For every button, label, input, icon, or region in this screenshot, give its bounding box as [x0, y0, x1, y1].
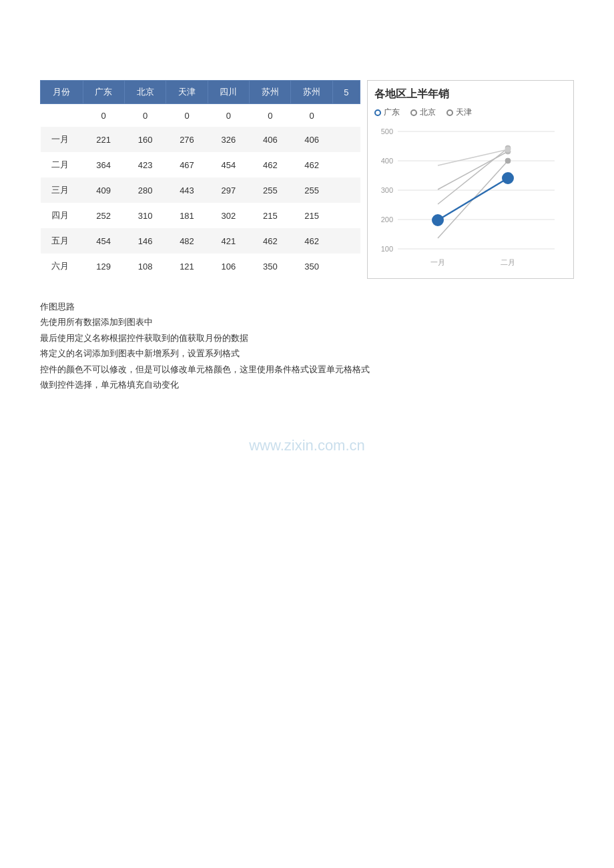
- table-row: 三月 409 280 443 297 255 255: [41, 177, 360, 203]
- data-cell: 0: [124, 104, 166, 127]
- col-header-month: 月份: [41, 81, 83, 104]
- svg-point-18: [503, 173, 513, 183]
- legend-item-tianjin: 天津: [446, 107, 472, 118]
- data-cell: 454: [83, 228, 124, 254]
- data-cell: 129: [83, 254, 124, 279]
- svg-point-19: [505, 158, 511, 163]
- data-cell: 409: [83, 177, 124, 203]
- legend-label-guangdong: 广东: [384, 107, 400, 118]
- data-cell: 421: [208, 228, 249, 254]
- data-cell: 106: [208, 254, 249, 279]
- month-cell: 一月: [41, 127, 83, 152]
- svg-text:100: 100: [381, 245, 393, 253]
- data-cell: 0: [250, 104, 291, 127]
- legend-dot-beijing: [410, 109, 417, 116]
- svg-text:二月: 二月: [501, 258, 515, 266]
- data-cell: 160: [124, 127, 166, 152]
- col-header-sichuan: 四川: [208, 81, 249, 104]
- data-cell: 276: [166, 127, 208, 152]
- data-cell: 181: [166, 203, 208, 228]
- month-cell: [41, 104, 83, 127]
- col-header-suzhou1: 苏州: [250, 81, 291, 104]
- note-line-6: 做到控件选择，单元格填充自动变化: [40, 377, 574, 392]
- svg-text:200: 200: [381, 215, 393, 224]
- col-header-suzhou2: 苏州: [291, 81, 332, 104]
- month-cell: 二月: [41, 152, 83, 177]
- chart-svg: 500 400 300 200 100 一月 二月: [374, 125, 561, 272]
- data-cell: 443: [166, 177, 208, 203]
- data-cell: 215: [250, 203, 291, 228]
- data-cell: 406: [250, 127, 291, 152]
- table-row: 六月 129 108 121 106 350 350: [41, 254, 360, 279]
- svg-line-13: [438, 148, 508, 204]
- svg-line-16: [438, 178, 508, 220]
- data-cell: 406: [291, 127, 332, 152]
- data-cell: 326: [208, 127, 249, 152]
- data-cell: [332, 203, 360, 228]
- data-cell: 0: [83, 104, 124, 127]
- legend-label-beijing: 北京: [420, 107, 436, 118]
- table-row: 二月 364 423 467 454 462 462: [41, 152, 360, 177]
- watermark: www.zixin.com.cn: [249, 437, 365, 454]
- table-row: 五月 454 146 482 421 462 462: [41, 228, 360, 254]
- data-cell: 462: [291, 152, 332, 177]
- data-cell: 482: [166, 228, 208, 254]
- data-cell: [332, 152, 360, 177]
- data-cell: 0: [166, 104, 208, 127]
- data-cell: 423: [124, 152, 166, 177]
- legend-dot-tianjin: [446, 109, 453, 116]
- svg-text:500: 500: [381, 127, 393, 135]
- svg-point-17: [432, 215, 443, 226]
- chart-legend: 广东 北京 天津: [374, 107, 567, 118]
- notes-section: 作图思路 先使用所有数据添加到图表中 最后使用定义名称根据控件获取到的值获取月份…: [40, 299, 574, 392]
- data-cell: 462: [250, 228, 291, 254]
- data-cell: 467: [166, 152, 208, 177]
- chart-title: 各地区上半年销: [374, 87, 567, 101]
- col-header-tianjin: 天津: [166, 81, 208, 104]
- svg-text:400: 400: [381, 157, 393, 165]
- data-cell: 215: [291, 203, 332, 228]
- col-header-beijing: 北京: [124, 81, 166, 104]
- main-container: 月份 广东 北京 天津 四川 苏州 苏州 5 0 0 0 0 0: [0, 0, 614, 419]
- month-cell: 四月: [41, 203, 83, 228]
- month-cell: 五月: [41, 228, 83, 254]
- data-cell: 280: [124, 177, 166, 203]
- data-cell: [332, 254, 360, 279]
- data-cell: 364: [83, 152, 124, 177]
- data-cell: 297: [208, 177, 249, 203]
- table-row: 四月 252 310 181 302 215 215: [41, 203, 360, 228]
- month-cell: 六月: [41, 254, 83, 279]
- legend-label-tianjin: 天津: [456, 107, 472, 118]
- col-header-5: 5: [332, 81, 360, 104]
- data-cell: [332, 104, 360, 127]
- data-cell: 302: [208, 203, 249, 228]
- data-cell: 146: [124, 228, 166, 254]
- top-section: 月份 广东 北京 天津 四川 苏州 苏州 5 0 0 0 0 0: [40, 80, 574, 279]
- svg-point-22: [505, 147, 511, 152]
- month-cell: 三月: [41, 177, 83, 203]
- table-row: 一月 221 160 276 326 406 406: [41, 127, 360, 152]
- data-table: 月份 广东 北京 天津 四川 苏州 苏州 5 0 0 0 0 0: [40, 80, 360, 279]
- data-cell: 0: [208, 104, 249, 127]
- table-row: 0 0 0 0 0 0: [41, 104, 360, 127]
- data-cell: [332, 228, 360, 254]
- data-cell: 221: [83, 127, 124, 152]
- data-cell: [332, 127, 360, 152]
- data-cell: 350: [291, 254, 332, 279]
- note-line-4: 将定义的名词添加到图表中新增系列，设置系列格式: [40, 346, 574, 361]
- svg-text:300: 300: [381, 186, 393, 194]
- col-header-guangdong: 广东: [83, 81, 124, 104]
- note-line-1: 作图思路: [40, 299, 574, 314]
- data-cell: 462: [291, 228, 332, 254]
- legend-item-guangdong: 广东: [374, 107, 400, 118]
- legend-dot-guangdong: [374, 109, 381, 116]
- data-cell: 0: [291, 104, 332, 127]
- note-line-3: 最后使用定义名称根据控件获取到的值获取月份的数据: [40, 330, 574, 346]
- data-cell: 454: [208, 152, 249, 177]
- data-cell: 121: [166, 254, 208, 279]
- data-cell: [332, 177, 360, 203]
- legend-item-beijing: 北京: [410, 107, 436, 118]
- data-cell: 310: [124, 203, 166, 228]
- note-line-2: 先使用所有数据添加到图表中: [40, 314, 574, 330]
- data-cell: 252: [83, 203, 124, 228]
